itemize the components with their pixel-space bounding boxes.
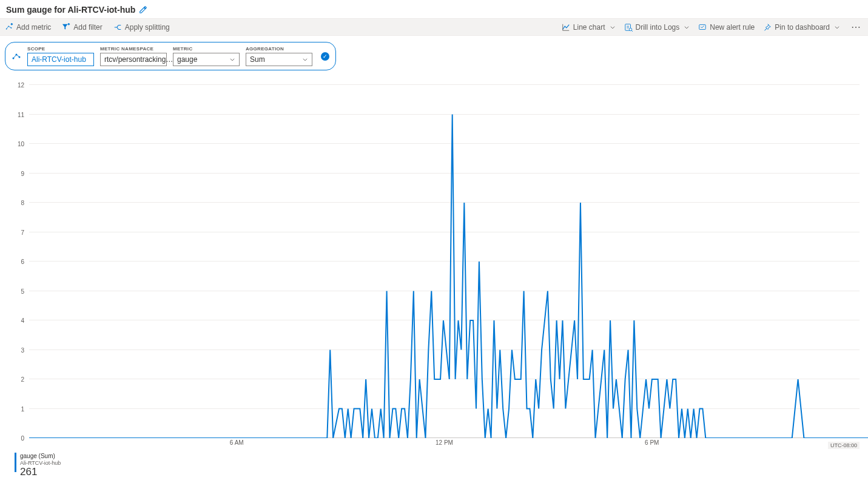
namespace-field-label: METRIC NAMESPACE	[100, 46, 167, 52]
y-axis: 0123456789101112	[5, 85, 27, 438]
y-tick: 9	[6, 170, 24, 177]
aggregation-select[interactable]: Sum	[246, 53, 312, 66]
pin-dashboard-label: Pin to dashboard	[775, 23, 830, 32]
add-filter-button[interactable]: Add filter	[62, 23, 102, 32]
y-tick: 11	[6, 111, 24, 118]
chart-line-svg	[29, 85, 868, 438]
chart-legend: gauge (Sum) Ali-RTCV-iot-hub 261	[15, 453, 863, 478]
metric-field-label: METRIC	[173, 46, 240, 52]
chevron-down-icon	[302, 56, 308, 62]
add-metric-label: Add metric	[16, 23, 51, 32]
scope-value: Ali-RTCV-iot-hub	[32, 55, 86, 64]
apply-splitting-label: Apply splitting	[125, 23, 170, 32]
aggregation-value: Sum	[250, 55, 265, 64]
y-tick: 1	[6, 405, 24, 412]
y-tick: 6	[6, 258, 24, 265]
y-tick: 8	[6, 200, 24, 206]
query-confirm-badge[interactable]: ✓	[321, 52, 329, 61]
x-tick: 6 AM	[230, 439, 244, 446]
metric-icon	[12, 52, 21, 61]
pin-to-dashboard-dropdown[interactable]: Pin to dashboard	[763, 23, 840, 32]
apply-splitting-button[interactable]: Apply splitting	[113, 23, 170, 32]
page-title: Sum gauge for Ali-RTCV-iot-hub	[6, 5, 135, 15]
new-alert-label: New alert rule	[710, 23, 755, 32]
legend-swatch	[15, 453, 16, 472]
line-chart-dropdown[interactable]: Line chart	[562, 23, 616, 32]
x-axis: UTC-08:00 6 AM12 PM6 PM	[29, 439, 860, 449]
chart-area[interactable]: 0123456789101112 UTC-08:00 6 AM12 PM6 PM	[5, 85, 863, 449]
legend-resource-name: Ali-RTCV-iot-hub	[20, 460, 61, 466]
chevron-down-icon	[834, 24, 840, 30]
toolbar: Add metric Add filter Apply splitting Li…	[0, 18, 868, 36]
metric-value: gauge	[177, 55, 197, 64]
new-alert-rule-button[interactable]: New alert rule	[698, 23, 755, 32]
drill-into-logs-dropdown[interactable]: Drill into Logs	[624, 23, 690, 32]
y-tick: 5	[6, 288, 24, 294]
chevron-down-icon	[610, 24, 616, 30]
scope-field-label: SCOPE	[27, 46, 94, 52]
line-chart-label: Line chart	[573, 23, 605, 32]
aggregation-field-label: AGGREGATION	[246, 46, 312, 52]
y-tick: 4	[6, 317, 24, 324]
y-tick: 0	[6, 435, 24, 442]
metric-query-pill: SCOPE Ali-RTCV-iot-hub METRIC NAMESPACE …	[5, 42, 336, 70]
namespace-select[interactable]: rtcv/persontracking…	[100, 53, 167, 66]
metric-select[interactable]: gauge	[173, 53, 240, 66]
y-tick: 12	[6, 82, 24, 89]
more-icon[interactable]: ⋯	[849, 21, 863, 33]
svg-point-4	[629, 28, 631, 30]
scope-select[interactable]: Ali-RTCV-iot-hub	[27, 53, 94, 66]
chevron-down-icon	[229, 56, 235, 62]
y-tick: 7	[6, 229, 24, 235]
drill-logs-label: Drill into Logs	[636, 23, 680, 32]
y-tick: 3	[6, 346, 24, 353]
x-tick: 6 PM	[645, 439, 659, 446]
timezone-label: UTC-08:00	[828, 442, 860, 449]
add-metric-button[interactable]: Add metric	[5, 23, 51, 32]
y-tick: 10	[6, 141, 24, 147]
y-tick: 2	[6, 376, 24, 383]
legend-value: 261	[20, 466, 61, 478]
legend-series-name: gauge (Sum)	[20, 453, 61, 460]
chevron-down-icon	[684, 24, 690, 30]
namespace-value: rtcv/persontracking…	[104, 55, 173, 64]
add-filter-label: Add filter	[73, 23, 102, 32]
edit-icon[interactable]	[139, 5, 147, 14]
x-tick: 12 PM	[436, 439, 453, 446]
